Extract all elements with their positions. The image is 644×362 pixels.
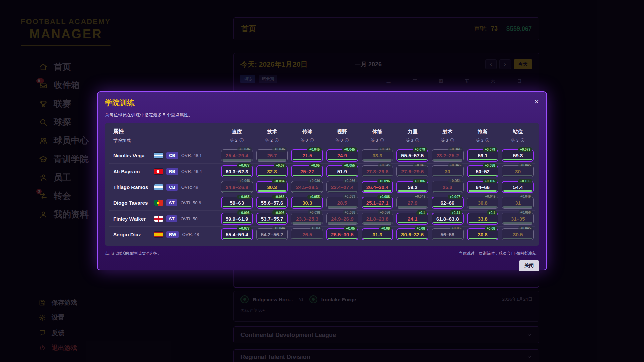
info-icon[interactable]: ⓘ	[380, 138, 384, 143]
attr-cell[interactable]: 33.8+0.1	[467, 213, 499, 225]
modal-actions: 关闭	[98, 256, 546, 277]
attr-value: 30.8	[478, 232, 487, 237]
attr-cell[interactable]: 30.8+0.049	[467, 197, 499, 209]
attr-cell[interactable]: 23.2–25.2+0.041	[432, 149, 464, 162]
progress-bar	[293, 206, 321, 207]
attr-cell[interactable]: 55.5–57.5+0.079	[396, 149, 428, 162]
close-icon[interactable]: ×	[534, 98, 539, 105]
attr-cell[interactable]: 54.2–56.2+0.044	[256, 228, 288, 240]
attr-cell[interactable]: 31+0.049	[502, 197, 534, 209]
attr-cell[interactable]: 32.8+0.07	[256, 165, 288, 177]
attr-cell[interactable]: 24.9+0.045	[326, 149, 358, 162]
progress-bar	[398, 175, 427, 176]
attr-cell[interactable]: 25.1–27.1+0.088	[362, 197, 393, 209]
attr-cell[interactable]: 59.8+0.079	[502, 149, 534, 162]
attr-cell[interactable]: 24.8–26.8+0.048	[221, 181, 253, 193]
gain-badge: +0.07	[274, 163, 286, 168]
attr-cell[interactable]: 25–27+0.05	[291, 165, 323, 177]
column-tier: 等 3 ⓘ	[500, 138, 535, 143]
attr-cell[interactable]: 30.5+0.045	[502, 228, 534, 240]
attr-cell[interactable]: 27.8–29.8+0.045	[362, 165, 393, 177]
progress-bar	[258, 206, 286, 207]
attr-cell[interactable]: 31–35+0.056	[502, 213, 534, 225]
attr-cell[interactable]: 59.1+0.079	[467, 149, 499, 162]
attr-cell[interactable]: 30.3+0.084	[256, 181, 288, 193]
attr-cell[interactable]: 26.4–30.4+0.096	[362, 181, 393, 193]
progress-bar	[363, 238, 392, 239]
attr-cell[interactable]: 23.3–25.3+0.038	[291, 213, 323, 225]
attr-cell[interactable]: 30.3+0.055	[291, 197, 323, 209]
attr-cell[interactable]: 64–66+0.106	[467, 181, 499, 193]
progress-bar	[222, 191, 252, 192]
gain-badge: +0.038	[308, 210, 322, 215]
attr-cell[interactable]: 51.9+0.055	[326, 165, 358, 177]
attr-cell[interactable]: 31.3+0.08	[362, 228, 393, 240]
attr-cell[interactable]: 26.5–30.5+0.05	[326, 228, 358, 240]
player-name: Thiago Ramos	[113, 184, 151, 190]
gain-badge: +0.05	[344, 226, 357, 231]
attr-cell[interactable]: 24.9–26.9+0.038	[326, 213, 358, 225]
attr-cell[interactable]: 21.8–23.8+0.056	[362, 213, 393, 225]
attr-cell[interactable]: 50–52+0.088	[467, 165, 499, 177]
attr-cell[interactable]: 54.4+0.106	[502, 181, 534, 193]
attr-cell[interactable]: 30+0.045	[432, 165, 464, 177]
attr-cell[interactable]: 61.8–63.8+0.11	[432, 213, 464, 225]
attr-value: 31.3	[372, 232, 382, 237]
column-header-6: 射术等 3 ⓘ	[430, 129, 465, 143]
attr-cell[interactable]: 25.3+0.054	[432, 181, 464, 193]
attr-value: 50–52	[476, 169, 490, 174]
attr-cell[interactable]: 53.7–55.7+0.096	[256, 213, 288, 225]
gain-badge: +0.041	[448, 147, 463, 152]
footer-hint-right: 当你跳过一次训练时，球员会自动继续训练。	[459, 251, 539, 256]
attr-cell[interactable]: 30.6–32.6+0.08	[396, 228, 428, 240]
attr-cell[interactable]: 59.9–61.9+0.096	[221, 213, 253, 225]
attr-cell[interactable]: 27.6–29.6+0.045	[396, 165, 428, 177]
info-icon[interactable]: ⓘ	[521, 138, 525, 143]
attr-cell[interactable]: 26.7+0.036	[256, 149, 288, 162]
attr-value: 25.3	[443, 184, 452, 190]
attr-cell[interactable]: 25.4–29.4+0.036	[221, 149, 253, 162]
progress-bar	[328, 206, 357, 208]
attr-cell[interactable]: 27.9+0.049	[396, 197, 428, 209]
attr-cell[interactable]: 30+0.045	[502, 165, 534, 177]
attribute-header-label: 属性	[113, 128, 219, 135]
flag-england-icon	[154, 216, 163, 222]
attr-cell[interactable]: 21.5+0.045	[291, 149, 323, 162]
gain-badge: +0.045	[378, 163, 392, 167]
gain-badge: +0.036	[308, 179, 322, 183]
gain-badge: +0.077	[237, 226, 252, 231]
attr-cell[interactable]: 24.1+0.1	[396, 213, 428, 225]
attr-cell[interactable]: 30.8+0.08	[467, 228, 499, 240]
attr-value: 25–27	[300, 169, 314, 174]
info-icon[interactable]: ⓘ	[275, 138, 279, 143]
attr-cell[interactable]: 56–58+0.05	[432, 228, 464, 240]
attr-cell[interactable]: 62–66+0.097	[432, 197, 464, 209]
column-tier: 等 3 ⓘ	[395, 138, 430, 143]
attr-cell[interactable]: 23.4–27.4+0.036	[326, 181, 358, 193]
attr-cell[interactable]: 60.3–62.3+0.077	[221, 165, 253, 177]
attr-cell[interactable]: 55.4–59.4+0.077	[221, 228, 253, 240]
close-button[interactable]: 关闭	[519, 260, 539, 271]
progress-bar	[503, 159, 532, 160]
attr-cell[interactable]: 26.5+0.03	[291, 228, 323, 240]
attr-value: 25.4–29.4	[226, 153, 248, 158]
info-icon[interactable]: ⓘ	[415, 138, 419, 143]
info-icon[interactable]: ⓘ	[240, 138, 244, 143]
gain-badge: +0.1	[487, 210, 497, 215]
attr-cell[interactable]: 55.6–57.6+0.085	[256, 197, 288, 209]
info-icon[interactable]: ⓘ	[310, 138, 314, 143]
table-header-row: 属性 学院加成 速度等 2 ⓘ技术等 2 ⓘ传球等 0 ⓘ视野等 0 ⓘ体能等 …	[109, 126, 535, 147]
modal-footer: 点击已激活的属性以取消选择。 当你跳过一次训练时，球员会自动继续训练。	[98, 246, 546, 256]
info-icon[interactable]: ⓘ	[345, 138, 349, 143]
attr-value: 33.8	[478, 216, 487, 222]
attr-cell[interactable]: 24.5–28.5+0.036	[291, 181, 323, 193]
attr-value: 23.2–25.2	[436, 153, 459, 158]
attr-cell[interactable]: 59–63+0.085	[221, 197, 253, 209]
info-icon[interactable]: ⓘ	[450, 138, 454, 143]
column-name: 传球	[289, 129, 325, 135]
progress-bar	[292, 222, 322, 224]
attr-cell[interactable]: 28.5+0.033	[326, 197, 358, 209]
info-icon[interactable]: ⓘ	[485, 138, 489, 143]
attr-cell[interactable]: 33.3+0.041	[362, 149, 393, 162]
attr-cell[interactable]: 59.2+0.106	[396, 181, 428, 193]
